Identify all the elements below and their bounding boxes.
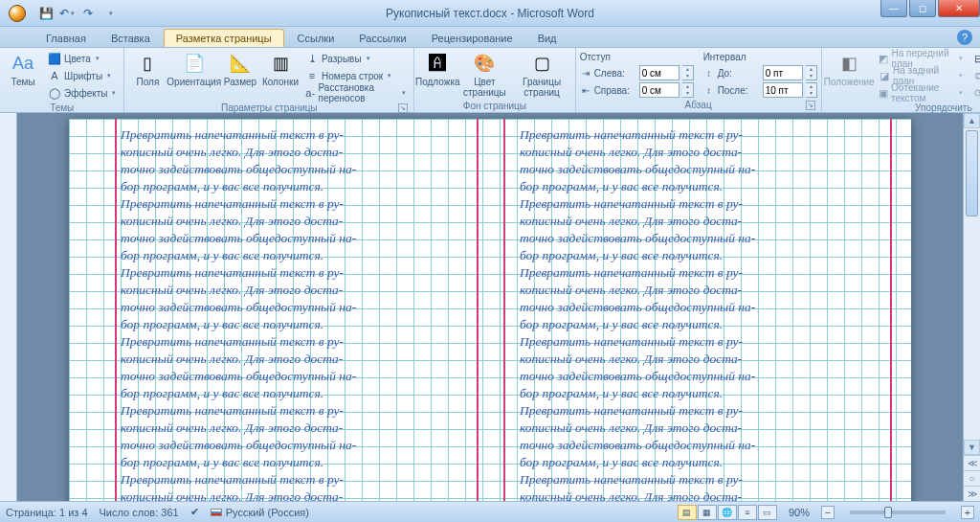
breaks-button[interactable]: ⤓Разрывы▾	[301, 50, 410, 67]
align-icon: ⊟	[972, 52, 980, 65]
columns-button[interactable]: ▥Колонки	[261, 50, 300, 89]
breaks-label: Разрывы	[322, 54, 362, 64]
theme-colors-button[interactable]: 🟦Цвета▾	[44, 50, 120, 67]
theme-effects-button[interactable]: ◯Эффекты▾	[44, 84, 120, 102]
zoom-thumb[interactable]	[884, 507, 892, 518]
view-outline-button[interactable]: ≡	[738, 505, 757, 520]
page-borders-icon: ▢	[530, 52, 553, 75]
hyphenation-button[interactable]: a-Расстановка переносов▾	[301, 84, 410, 102]
margins-button[interactable]: ▯Поля	[128, 50, 167, 89]
view-full-screen-button[interactable]: ▦	[698, 505, 717, 520]
tab-mailings[interactable]: Рассылки	[347, 30, 417, 47]
vertical-ruler[interactable]	[0, 113, 17, 501]
page-color-label: Цвет страницы	[462, 77, 506, 98]
spacing-after-spinner[interactable]: ▴▾	[806, 82, 817, 98]
close-button[interactable]: ✕	[938, 0, 980, 17]
zoom-slider[interactable]	[850, 511, 946, 514]
rotate-button[interactable]: ⟳Повернуть▾	[969, 84, 980, 102]
tab-references[interactable]: Ссылки	[286, 30, 346, 47]
indent-left-input[interactable]	[639, 65, 679, 80]
spacing-before-spinner[interactable]: ▴▾	[806, 65, 817, 80]
group-themes: Aa Темы 🟦Цвета▾ AШрифты▾ ◯Эффекты▾ Темы	[0, 48, 124, 112]
maximize-button[interactable]: ◻	[909, 0, 936, 17]
spacing-title: Интервал	[703, 52, 817, 64]
page-borders-label: Границы страниц	[517, 77, 568, 98]
position-button[interactable]: ◧Положение	[826, 50, 873, 89]
spacing-before-label: До:	[718, 68, 760, 79]
margin-line	[115, 119, 117, 501]
text-wrap-button[interactable]: ▣Обтекание текстом▾	[875, 84, 967, 102]
indent-title: Отступ	[580, 52, 694, 64]
line-numbers-icon: ≡	[305, 69, 319, 82]
indent-right-spinner[interactable]: ▴▾	[682, 82, 694, 98]
tab-insert[interactable]: Вставка	[100, 30, 162, 47]
status-words[interactable]: Число слов: 361	[100, 507, 179, 518]
minimize-button[interactable]: —	[880, 0, 907, 17]
tab-view[interactable]: Вид	[526, 30, 568, 47]
view-web-button[interactable]: 🌐	[718, 505, 737, 520]
indent-right-label: Справа:	[594, 85, 636, 96]
qat-dropdown-icon[interactable]: ▾	[103, 6, 119, 21]
zoom-level[interactable]: 90%	[789, 507, 810, 518]
watermark-icon: 🅰	[426, 52, 449, 75]
group-objects-button[interactable]: ⧉Группировать▾	[969, 67, 980, 84]
indent-right-icon: ⇤	[580, 84, 591, 96]
prev-page-icon[interactable]: ≪	[964, 455, 980, 470]
view-draft-button[interactable]: ▭	[758, 505, 777, 520]
office-button[interactable]	[0, 0, 34, 27]
line-numbers-label: Номера строк	[322, 71, 383, 81]
size-button[interactable]: 📐Размер	[221, 50, 259, 89]
indent-left-spinner[interactable]: ▴▾	[682, 65, 694, 80]
theme-fonts-label: Шрифты	[64, 71, 102, 81]
group-page-background: 🅰Подложка 🎨Цвет страницы ▢Границы страни…	[414, 48, 575, 112]
zoom-out-button[interactable]: −	[821, 506, 835, 519]
browse-object-icon[interactable]: ○	[964, 470, 980, 486]
column-left[interactable]: Превратить напечатанный текст в ру-копис…	[121, 126, 487, 501]
undo-icon[interactable]: ↶▾	[59, 6, 75, 21]
orientation-button[interactable]: 📄Ориентация	[168, 50, 219, 89]
page-borders-button[interactable]: ▢Границы страниц	[513, 50, 571, 100]
vertical-scrollbar[interactable]: ▲ ▼ ≪ ○ ≫	[963, 113, 980, 501]
text-columns: Превратить напечатанный текст в ру-копис…	[121, 126, 886, 501]
scroll-thumb[interactable]	[966, 130, 978, 216]
scroll-track[interactable]	[964, 128, 980, 440]
help-icon[interactable]: ?	[957, 30, 972, 45]
spacing-before-input[interactable]	[763, 65, 803, 80]
size-label: Размер	[224, 77, 256, 87]
paragraph-launcher-icon[interactable]: ↘	[806, 101, 815, 110]
scroll-up-icon[interactable]: ▲	[964, 113, 980, 128]
spacing-before-row: ↕ До: ▴▾	[703, 64, 817, 81]
tab-page-layout[interactable]: Разметка страницы	[164, 29, 284, 47]
tab-home[interactable]: Главная	[34, 30, 98, 47]
page-setup-launcher-icon[interactable]: ↘	[398, 103, 408, 113]
spacing-after-row: ↕ После: ▴▾	[703, 81, 817, 99]
hyphenation-icon: a-	[305, 86, 316, 100]
document-viewport[interactable]: Превратить напечатанный текст в ру-копис…	[17, 113, 963, 501]
column-right[interactable]: Превратить напечатанный текст в ру-копис…	[520, 126, 886, 501]
themes-button[interactable]: Aa Темы	[4, 50, 42, 89]
group-arrange: ◧Положение ◩На передний план▾ ◪На задний…	[822, 48, 980, 112]
bring-front-icon: ◩	[879, 52, 889, 65]
window-title: Рукописный текст.docx - Microsoft Word	[0, 7, 980, 20]
text-wrap-label: Обтекание текстом	[891, 82, 954, 103]
align-button[interactable]: ⊟Выровнять▾	[969, 50, 980, 67]
theme-fonts-button[interactable]: AШрифты▾	[44, 67, 120, 84]
redo-icon[interactable]: ↷	[80, 6, 96, 21]
indent-right-input[interactable]	[639, 82, 679, 98]
spacing-after-input[interactable]	[763, 82, 803, 98]
spacing-section: Интервал ↕ До: ▴▾ ↕ После: ▴▾	[703, 52, 817, 99]
next-page-icon[interactable]: ≫	[964, 486, 980, 501]
save-icon[interactable]: 💾	[38, 6, 54, 21]
tab-review[interactable]: Рецензирование	[420, 30, 524, 47]
view-print-layout-button[interactable]: ▤	[678, 505, 697, 520]
watermark-label: Подложка	[415, 77, 460, 87]
page-color-button[interactable]: 🎨Цвет страницы	[458, 50, 510, 100]
status-page[interactable]: Страница: 1 из 4	[6, 507, 88, 518]
page[interactable]: Превратить напечатанный текст в ру-копис…	[69, 119, 911, 501]
zoom-in-button[interactable]: +	[961, 506, 974, 519]
status-proofing-icon[interactable]: ✔	[190, 506, 199, 518]
status-language[interactable]: Русский (Россия)	[211, 507, 309, 518]
scroll-down-icon[interactable]: ▼	[964, 440, 980, 455]
themes-label: Темы	[11, 77, 34, 87]
watermark-button[interactable]: 🅰Подложка	[418, 50, 457, 89]
